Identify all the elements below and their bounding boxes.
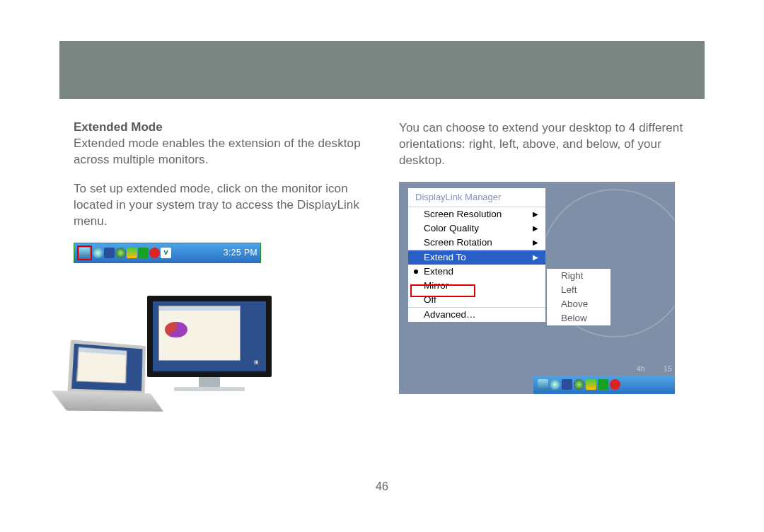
clock-label: 15 [664,364,672,373]
radio-selected-icon [414,270,418,274]
windows-logo: ⊞ [254,359,259,366]
people-icon [598,379,608,390]
highlight-box [77,245,92,260]
menu-item-extend[interactable]: Extend [408,265,545,279]
header-band [59,41,705,99]
menu-title: DisplayLink Manager [408,188,545,207]
menu-item-mirror[interactable]: Mirror [408,279,545,293]
menu-item-color-quality[interactable]: Color Quality ▶ [408,221,545,236]
window-on-laptop [76,347,127,383]
submenu-item-left[interactable]: Left [547,283,610,297]
menu-item-label: Advanced… [424,309,476,320]
menu-item-extend-to[interactable]: Extend To ▶ [408,250,545,265]
submenu-arrow-icon: ▶ [533,238,540,246]
system-tray-figure: V 3:25 PM [74,243,261,263]
va-icon: V [161,248,171,258]
cancel-icon [149,248,160,258]
submenu-arrow-icon: ▶ [533,224,540,232]
clock-icon [574,379,584,390]
shield-icon [127,248,137,258]
page-number: 46 [376,480,388,493]
clock-icon [115,248,126,258]
menu-item-advanced[interactable]: Advanced… [408,308,545,322]
menu-item-screen-rotation[interactable]: Screen Rotation ▶ [408,236,545,250]
people-icon [138,248,149,258]
tray-clock: 3:25 PM [224,248,257,258]
body-text: You can choose to extend your desktop to… [399,120,690,169]
menu-item-label: Extend To [424,252,466,262]
globe-icon [93,248,103,258]
network-icon [562,379,572,390]
menu-item-label: Screen Rotation [424,237,492,248]
system-tray [533,376,675,394]
extend-to-submenu: Right Left Above Below [546,268,611,326]
left-column: Extended Mode Extended mode enables the … [74,120,365,421]
devices-figure: ⊞ [69,283,260,421]
menu-item-label: Off [424,294,436,305]
menu-item-label: Screen Resolution [424,209,502,219]
section-heading: Extended Mode [74,120,365,134]
submenu-item-below[interactable]: Below [547,311,610,325]
laptop [68,340,171,415]
context-menu: DisplayLink Manager Screen Resolution ▶ … [407,187,546,323]
tray-icons: V [77,245,171,260]
monitor-icon [79,248,90,258]
cancel-icon [610,379,620,390]
network-icon [104,248,115,258]
displaylink-menu-figure: 4h 15 DisplayLink Manager Screen Resolut… [399,182,675,394]
shield-icon [586,379,596,390]
globe-icon [550,379,560,390]
submenu-item-above[interactable]: Above [547,297,610,311]
submenu-arrow-icon: ▶ [533,210,540,218]
clock-label: 4h [637,364,645,373]
right-column: You can choose to extend your desktop to… [399,120,690,421]
menu-item-screen-resolution[interactable]: Screen Resolution ▶ [408,207,545,221]
menu-item-label: Mirror [424,280,448,291]
content-area: Extended Mode Extended mode enables the … [74,120,690,421]
monitor-icon [538,379,548,390]
menu-item-label: Extend [424,266,453,277]
body-text: Extended mode enables the extension of t… [74,136,365,168]
body-text: To set up extended mode, click on the mo… [74,181,365,230]
menu-item-off[interactable]: Off [408,293,545,307]
submenu-item-right[interactable]: Right [547,269,610,283]
menu-item-label: Color Quality [424,223,479,233]
submenu-arrow-icon: ▶ [533,253,540,261]
window-on-monitor [158,306,241,361]
